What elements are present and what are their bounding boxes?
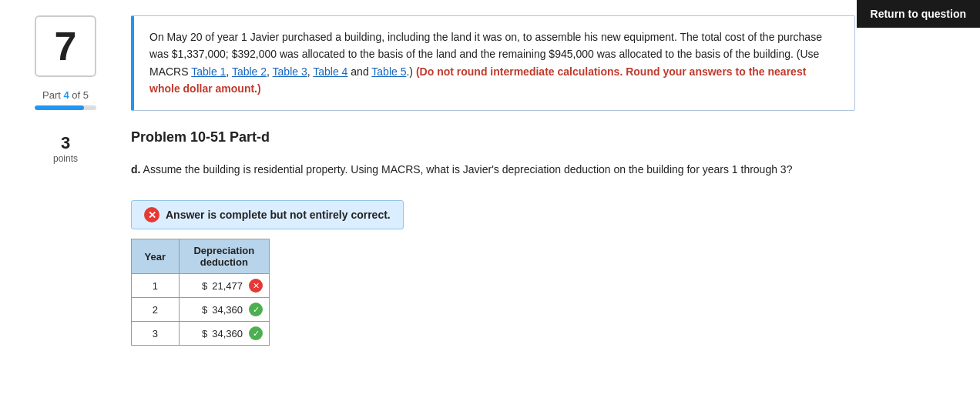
correct-icon: ✓ — [249, 303, 263, 316]
dollar-sign: $ — [202, 304, 207, 316]
table3-link[interactable]: Table 3 — [273, 65, 307, 78]
return-to-question-button[interactable]: Return to question — [857, 0, 980, 28]
question-text-6: .) — [406, 65, 415, 78]
col-year-header: Year — [132, 239, 180, 274]
question-d-label: d. — [131, 163, 140, 176]
incorrect-icon: ✕ — [144, 207, 159, 222]
question-text-2: , — [226, 65, 232, 78]
progress-bar-fill — [35, 105, 84, 110]
content-area: On May 20 of year 1 Javier purchased a b… — [116, 15, 965, 346]
year-cell: 1 — [132, 274, 180, 298]
amount-cell: $34,360✓ — [179, 322, 269, 346]
col-depreciation-header: Depreciation deduction — [179, 239, 269, 274]
sidebar: 7 Part 4 of 5 3 points — [15, 15, 116, 346]
progress-bar — [35, 105, 96, 110]
part-label-text: Part — [42, 89, 61, 101]
points-value: 3 — [53, 133, 78, 153]
amount-cell: $21,477✕ — [179, 274, 269, 298]
dollar-sign: $ — [202, 280, 207, 292]
amount-value: 34,360 — [212, 328, 243, 339]
table-row: 1$21,477✕ — [132, 274, 270, 298]
question-text-3: , — [267, 65, 273, 78]
depreciation-table: Year Depreciation deduction 1$21,477✕2$3… — [131, 239, 270, 346]
question-d-text: d. Assume the building is residential pr… — [131, 161, 824, 179]
year-cell: 3 — [132, 322, 180, 346]
points-label: points — [53, 153, 78, 164]
incorrect-icon: ✕ — [249, 279, 263, 293]
part-of-text: of 5 — [72, 89, 89, 101]
part-label: Part 4 of 5 — [42, 89, 89, 101]
question-block: On May 20 of year 1 Javier purchased a b… — [131, 15, 855, 111]
year-cell: 2 — [132, 298, 180, 322]
question-d-body: Assume the building is residential prope… — [140, 163, 792, 176]
dollar-sign: $ — [202, 328, 207, 339]
question-text-5: and — [347, 65, 371, 78]
table1-link[interactable]: Table 1 — [191, 65, 226, 78]
correct-icon: ✓ — [249, 326, 263, 340]
part-current: 4 — [63, 89, 69, 101]
table4-link[interactable]: Table 4 — [313, 65, 347, 78]
answer-status-box: ✕ Answer is complete but not entirely co… — [131, 200, 404, 229]
question-number-box: 7 — [35, 15, 96, 77]
problem-title: Problem 10-51 Part-d — [131, 129, 965, 145]
amount-value: 34,360 — [212, 304, 243, 316]
main-layout: 7 Part 4 of 5 3 points On May 20 of year… — [0, 0, 980, 361]
amount-value: 21,477 — [212, 280, 243, 292]
table-row: 3$34,360✓ — [132, 322, 270, 346]
amount-cell: $34,360✓ — [179, 298, 269, 322]
table2-link[interactable]: Table 2 — [232, 65, 267, 78]
question-number: 7 — [55, 23, 77, 69]
table5-link[interactable]: Table 5 — [371, 65, 406, 78]
points-section: 3 points — [53, 133, 78, 164]
answer-status-label: Answer is complete but not entirely corr… — [166, 209, 391, 221]
table-row: 2$34,360✓ — [132, 298, 270, 322]
